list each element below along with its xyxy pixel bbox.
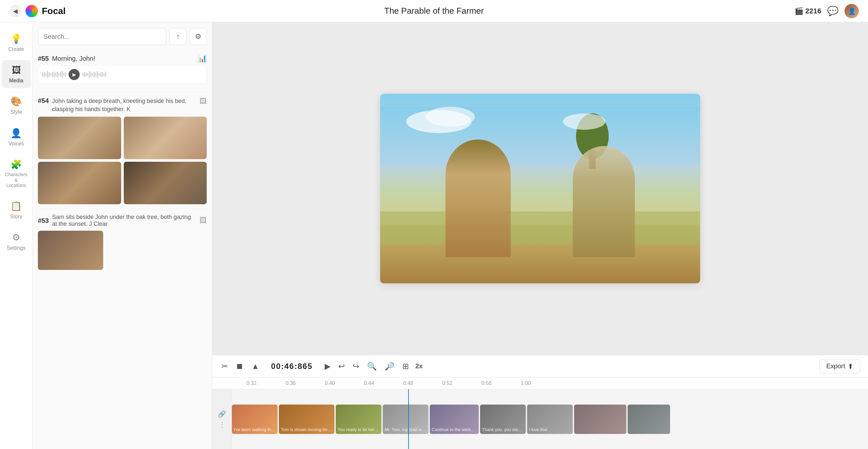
ruler-6: 0:56 xyxy=(467,380,506,386)
zoom-out-button[interactable]: 🔎 xyxy=(383,360,396,372)
clip-3[interactable]: You ready to let her go, Sam... xyxy=(336,405,381,434)
app-title: Focal xyxy=(42,6,66,16)
thumb-2[interactable] xyxy=(124,117,207,159)
audio-waveform-right xyxy=(82,71,106,78)
scene-53-header: #53 Sam sits beside John under the oak t… xyxy=(38,214,207,228)
cut-button[interactable]: ✂ xyxy=(220,360,229,372)
clip-6[interactable]: Thank you, you stay right here xyxy=(480,405,526,434)
sidebar-item-characters[interactable]: 🧩 Characters & Locations xyxy=(2,155,31,193)
scene-55: #55 Morning, John! 📊 xyxy=(38,49,207,92)
ruler-3: 0:44 xyxy=(349,380,389,386)
audio-waveform-left xyxy=(42,71,66,78)
track-sidebar: 🔗 ⋮ xyxy=(212,389,232,449)
sidebar-label-story: Story xyxy=(10,213,22,219)
clip-4-label: Mr. Tom, my road is hardened... xyxy=(385,427,427,432)
ruler-2: 0:40 xyxy=(310,380,349,386)
clip-9[interactable] xyxy=(628,405,670,434)
track-options[interactable]: ⋮ xyxy=(219,421,225,428)
sidebar-label-create: Create xyxy=(8,46,24,52)
clip-1-label: I've been walking through the trees xyxy=(234,427,276,432)
credit-count: 2216 xyxy=(805,7,821,16)
timeline-ruler: 0:32 0:36 0:40 0:44 0:48 0:52 0:56 1:00 xyxy=(212,378,868,389)
video-scene xyxy=(380,94,700,283)
topbar-center: The Parable of the Farmer xyxy=(100,6,768,16)
sidebar-item-story[interactable]: 📋 Story xyxy=(2,196,31,224)
clip-6-label: Thank you, you stay right here xyxy=(482,427,524,432)
clip-7[interactable]: I love that xyxy=(527,405,573,434)
undo-button[interactable]: ↩ xyxy=(337,360,346,372)
topbar-left: ◀ Focal xyxy=(9,5,100,17)
story-icon: 📋 xyxy=(10,201,22,211)
chat-icon[interactable]: 💬 xyxy=(827,5,839,16)
clip-2-label: Tom is shown moving through the field xyxy=(281,427,333,432)
scene-55-number: #55 xyxy=(38,55,49,62)
select-button[interactable]: ▲ xyxy=(250,360,260,372)
ruler-1: 0:36 xyxy=(271,380,310,386)
credit-badge: 🎬 2216 xyxy=(795,7,821,16)
sidebar-item-voices[interactable]: 👤 Voices xyxy=(2,123,31,151)
clip-2[interactable]: Tom is shown moving through the field xyxy=(279,405,334,434)
thumb-1[interactable] xyxy=(38,117,121,159)
create-icon: 💡 xyxy=(10,33,22,44)
search-wrap xyxy=(38,28,166,45)
main-area: ✂ ⏹ ▲ 00:46:865 ▶ ↩ ↪ 🔍 🔎 ⊞ 2x Export ⬆ … xyxy=(212,22,868,449)
style-icon: 🎨 xyxy=(10,96,22,107)
timecode: 00:46:865 xyxy=(266,362,318,371)
filter-button[interactable]: ⚙ xyxy=(190,28,207,45)
back-button[interactable]: ◀ xyxy=(9,5,22,17)
clip-5-label: Continue to the west... xyxy=(432,427,477,432)
sidebar-item-style[interactable]: 🎨 Style xyxy=(2,91,31,120)
clip-7-label: I love that xyxy=(529,427,571,432)
scene-53-thumb[interactable] xyxy=(38,231,103,270)
scene-55-wave-icon: 📊 xyxy=(198,54,207,63)
timeline-controls: ✂ ⏹ ▲ 00:46:865 ▶ ↩ ↪ 🔍 🔎 ⊞ 2x Export ⬆ xyxy=(212,355,868,377)
track-content: I've been walking through the trees Tom … xyxy=(232,389,868,449)
scene-54-img-icon: 🖼 xyxy=(199,97,207,106)
sidebar-item-media[interactable]: 🖼 Media xyxy=(2,60,31,88)
scene-54-thumbnails xyxy=(38,117,207,204)
sidebar-label-voices: Voices xyxy=(8,141,24,147)
scene-55-header: #55 Morning, John! 📊 xyxy=(38,54,207,63)
stop-button[interactable]: ⏹ xyxy=(235,360,245,372)
clip-4[interactable]: Mr. Tom, my road is hardened... xyxy=(383,405,429,434)
clip-8[interactable] xyxy=(574,405,626,434)
ruler-0: 0:32 xyxy=(232,380,271,386)
clip-5[interactable]: Continue to the west... xyxy=(430,405,479,434)
sidebar-label-settings: Settings xyxy=(7,245,26,251)
scene-54-number: #54 xyxy=(38,97,49,104)
focal-logo xyxy=(26,5,38,17)
topbar: ◀ Focal The Parable of the Farmer 🎬 2216… xyxy=(0,0,868,22)
playhead xyxy=(408,389,409,449)
scene-54-desc: John taking a deep breath, kneeling besi… xyxy=(52,97,196,113)
upload-button[interactable]: ↑ xyxy=(169,28,186,45)
play-button[interactable]: ▶ xyxy=(323,360,332,372)
redo-button[interactable]: ↪ xyxy=(351,360,361,372)
search-input[interactable] xyxy=(38,28,166,45)
clip-3-label: You ready to let her go, Sam... xyxy=(338,427,379,432)
link-button[interactable]: 🔗 xyxy=(218,410,226,418)
user-avatar[interactable]: 👤 xyxy=(844,4,859,18)
speed-label: 2x xyxy=(415,362,423,370)
media-icon: 🖼 xyxy=(12,65,21,76)
scene-54-header: #54 John taking a deep breath, kneeling … xyxy=(38,97,207,113)
thumb-3[interactable] xyxy=(38,162,121,204)
main-content: 💡 Create 🖼 Media 🎨 Style 👤 Voices 🧩 Char… xyxy=(0,22,868,449)
ruler-5: 0:52 xyxy=(428,380,467,386)
scene-53-text: Sam sits beside John under the oak tree,… xyxy=(52,214,196,228)
settings-icon: ⚙ xyxy=(12,232,20,243)
fit-button[interactable]: ⊞ xyxy=(401,360,410,372)
video-track: I've been walking through the trees Tom … xyxy=(232,389,868,449)
sidebar-label-style: Style xyxy=(10,109,22,115)
clip-1[interactable]: I've been walking through the trees xyxy=(232,405,278,434)
sidebar-item-settings[interactable]: ⚙ Settings xyxy=(2,228,31,256)
scene-55-title: Morning, John! xyxy=(52,55,198,62)
scene-54: #54 John taking a deep breath, kneeling … xyxy=(38,92,207,209)
export-button[interactable]: Export ⬆ xyxy=(819,359,860,373)
thumb-4[interactable] xyxy=(124,162,207,204)
ruler-7: 1:00 xyxy=(506,380,545,386)
credit-icon: 🎬 xyxy=(795,7,803,16)
sidebar-item-create[interactable]: 💡 Create xyxy=(2,29,31,57)
zoom-in-button[interactable]: 🔍 xyxy=(366,360,378,372)
play-audio-btn[interactable]: ▶ xyxy=(69,69,80,80)
ruler-4: 0:48 xyxy=(389,380,428,386)
